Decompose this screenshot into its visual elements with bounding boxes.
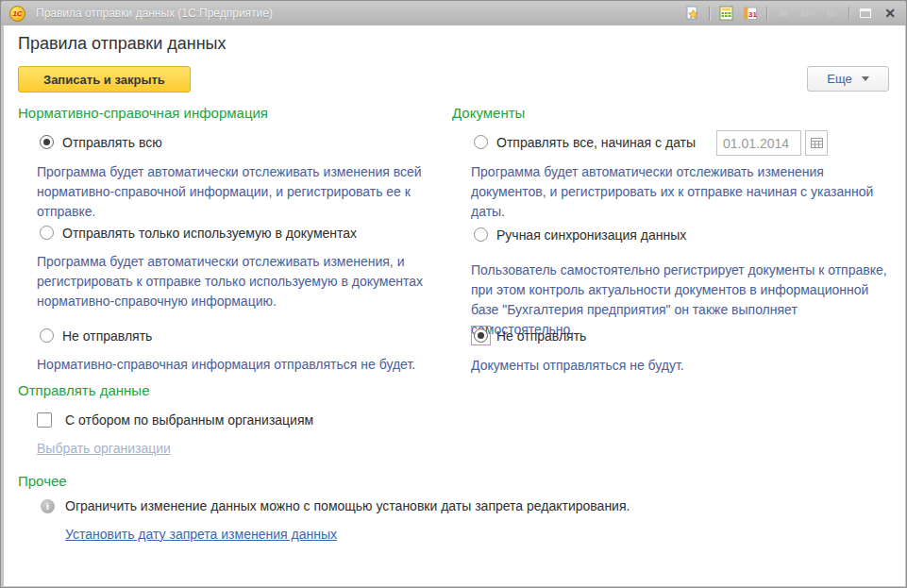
choose-organizations-link[interactable]: Выбрать организации	[37, 441, 171, 456]
date-picker-button[interactable]	[805, 130, 828, 156]
restriction-info-text: Ограничить изменение данных можно с помо…	[65, 498, 630, 513]
radio-label: Отправлять всю	[62, 135, 162, 150]
docs-option-send-from-date-description: Программа будет автоматически отслеживат…	[471, 162, 894, 222]
memory-m-button[interactable]: M	[773, 8, 794, 19]
app-window: 1С Правила отправки данных (1С:Предприят…	[0, 0, 907, 588]
filter-by-organizations-checkbox-row[interactable]: С отбором по выбранным организациям	[37, 412, 313, 428]
save-and-close-button[interactable]: Записать и закрыть	[18, 66, 191, 92]
focus-ring	[471, 326, 491, 345]
titlebar-separator	[766, 7, 767, 21]
checkbox-label: С отбором по выбранным организациям	[65, 412, 313, 428]
docs-option-dont-send-description: Документы отправляться не будут.	[471, 356, 894, 376]
titlebar-separator	[848, 7, 849, 21]
send-data-section-title: Отправлять данные	[18, 382, 149, 398]
chevron-down-icon	[862, 76, 869, 81]
nsi-option-used-only-description: Программа будет автоматически отслеживат…	[37, 252, 447, 311]
nsi-option-dont-send-description: Нормативно-справочная информация отправл…	[37, 355, 447, 375]
radio-label: Отправлять все, начиная с даты	[496, 135, 696, 150]
radio-label: Не отправлять	[62, 328, 152, 344]
svg-text:31: 31	[748, 10, 757, 19]
form-content: Правила отправки данных Записать и закры…	[4, 25, 905, 586]
set-restriction-date-link[interactable]: Установить дату запрета изменения данных	[65, 527, 337, 542]
docs-option-dont-send[interactable]: Не отправлять	[471, 326, 586, 345]
radio-icon[interactable]	[474, 135, 488, 149]
checkbox-icon[interactable]	[37, 412, 52, 428]
favorites-document-icon[interactable]	[682, 4, 703, 23]
start-date-input[interactable]	[716, 130, 801, 156]
more-button[interactable]: Еще	[807, 66, 889, 92]
radio-label: Не отправлять	[496, 328, 586, 344]
documents-section-title: Документы	[452, 105, 525, 121]
other-section-title: Прочее	[18, 473, 67, 489]
nsi-option-send-all[interactable]: Отправлять всю	[37, 132, 162, 152]
nsi-section-title: Нормативно-справочная информация	[18, 105, 268, 121]
documents-column: Документы Отправлять все, начиная с даты…	[452, 105, 891, 388]
titlebar-separator	[709, 7, 710, 21]
close-icon: ✕	[884, 7, 896, 20]
maximize-button[interactable]	[855, 4, 876, 23]
nsi-option-dont-send[interactable]: Не отправлять	[37, 326, 152, 345]
radio-icon[interactable]	[40, 226, 54, 240]
radio-label: Отправлять только используемую в докумен…	[62, 226, 357, 241]
radio-icon[interactable]	[474, 227, 488, 242]
titlebar: 1С Правила отправки данных (1С:Предприят…	[1, 1, 906, 25]
calculator-icon[interactable]	[715, 4, 736, 23]
calendar-icon[interactable]: 31	[740, 4, 761, 23]
restriction-info-row: i Ограничить изменение данных можно с по…	[41, 498, 890, 513]
nsi-column: Нормативно-справочная информация Отправл…	[18, 105, 445, 548]
radio-icon[interactable]	[40, 328, 54, 343]
memory-m-minus-button[interactable]: M-	[822, 8, 843, 19]
more-button-label: Еще	[827, 72, 851, 86]
radio-icon[interactable]	[474, 328, 488, 343]
date-picker-grid-icon	[811, 138, 823, 148]
page-title: Правила отправки данных	[18, 34, 227, 54]
docs-option-send-from-date[interactable]: Отправлять все, начиная с даты	[471, 132, 696, 152]
nsi-option-used-only[interactable]: Отправлять только используемую в докумен…	[37, 223, 357, 243]
memory-m-plus-button[interactable]: M+	[798, 8, 818, 19]
1c-logo-icon: 1С	[9, 6, 25, 22]
window-title: Правила отправки данных (1С:Предприятие)	[36, 7, 682, 20]
info-icon: i	[41, 499, 55, 513]
radio-label: Ручная синхронизация данных	[496, 227, 686, 243]
nsi-option-send-all-description: Программа будет автоматически отслеживат…	[37, 162, 447, 222]
docs-option-manual-sync[interactable]: Ручная синхронизация данных	[471, 225, 686, 244]
maximize-icon	[860, 8, 871, 18]
close-button[interactable]: ✕	[880, 4, 900, 23]
radio-icon[interactable]	[40, 135, 54, 149]
